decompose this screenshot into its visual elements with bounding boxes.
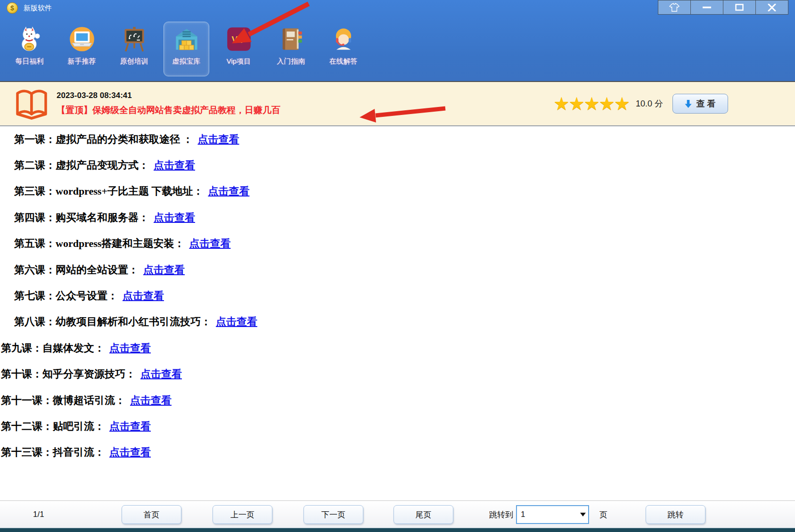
next-page-button[interactable]: 下一页: [303, 505, 363, 524]
lesson-view-link[interactable]: 点击查看: [109, 341, 151, 355]
lesson-title: 第十二课：贴吧引流：: [1, 419, 105, 434]
bottom-status-strip: [0, 528, 795, 532]
lesson-title: 第七课：公众号设置：: [14, 289, 118, 303]
toolbar-item-original-training[interactable]: 原创培训: [111, 22, 157, 76]
warehouse-icon: [173, 26, 200, 52]
minimize-button[interactable]: [690, 0, 723, 15]
lucky-cat-icon: [16, 26, 43, 52]
support-agent-icon: [330, 26, 357, 52]
toolbar-item-daily-bonus[interactable]: 每日福利: [7, 22, 52, 76]
toolbar-item-vip-projects[interactable]: VIP Vip项目: [216, 22, 262, 76]
rating-score: 10.0 分: [636, 98, 663, 109]
toolbar-label: 在线解答: [329, 57, 358, 66]
lesson-title: 第五课：wordpress搭建和主题安装：: [14, 237, 184, 251]
lesson-title: 第三课：wordpress+子比主题 下载地址：: [14, 184, 203, 198]
lesson-row: 第三课：wordpress+子比主题 下载地址： 点击查看: [0, 179, 795, 205]
lesson-title: 第四课：购买域名和服务器：: [14, 211, 149, 225]
window-header: $ 新版软件: [0, 0, 795, 81]
lesson-row: 第一课：虚拟产品的分类和获取途径 ： 点击查看: [0, 126, 795, 152]
lesson-title: 第一课：虚拟产品的分类和获取途径 ：: [14, 132, 193, 147]
download-arrow-icon: [685, 99, 692, 108]
vip-badge-icon: VIP: [226, 26, 252, 52]
page-unit-label: 页: [599, 509, 607, 520]
lesson-row: 第八课：幼教项目解析和小红书引流技巧： 点击查看: [0, 309, 795, 335]
lesson-title: 第八课：幼教项目解析和小红书引流技巧：: [14, 315, 211, 329]
blackboard-icon: [121, 26, 148, 52]
banner-rating-area: ★★★★★ 10.0 分 查 看: [554, 94, 728, 114]
page-indicator: 1/1: [33, 510, 52, 519]
last-page-button[interactable]: 尾页: [393, 505, 453, 524]
toolbar-item-online-support[interactable]: 在线解答: [320, 22, 366, 76]
lesson-title: 第十三课：抖音引流：: [1, 445, 105, 459]
window-controls: [658, 0, 788, 15]
maximize-icon: [735, 4, 744, 11]
star-icon: ★: [554, 95, 570, 113]
lesson-title: 第九课：自媒体发文：: [1, 341, 105, 355]
pagination-bar: 1/1 首页 上一页 下一页 尾页 跳转到 1 页 跳转: [0, 500, 795, 528]
lesson-view-link[interactable]: 点击查看: [198, 132, 239, 147]
lesson-title: 第十课：知乎分享资源技巧：: [1, 367, 136, 381]
toolbar-item-virtual-treasury[interactable]: 虚拟宝库: [164, 22, 209, 76]
pinned-post-banner[interactable]: 2023-03-28 08:34:41 【置顶】保姆级全自动网站售卖虚拟产品教程…: [0, 81, 795, 126]
post-timestamp: 2023-03-28 08:34:41: [57, 91, 280, 100]
toolbar-item-newbie-recommend[interactable]: 新手推荐: [59, 22, 105, 76]
toolbar-label: 新手推荐: [68, 57, 96, 66]
jump-to-label: 跳转到: [489, 509, 513, 520]
lesson-view-link[interactable]: 点击查看: [109, 419, 151, 434]
lesson-view-link[interactable]: 点击查看: [109, 445, 151, 459]
chevron-down-icon: [578, 513, 588, 516]
toolbar-label: 虚拟宝库: [172, 57, 201, 66]
star-rating: ★★★★★: [554, 95, 629, 113]
toolbar-item-beginner-guide[interactable]: 入门指南: [268, 22, 314, 76]
main-toolbar: 每日福利 新手推荐 原创培训: [0, 22, 795, 76]
lesson-title: 第十一课：微博超话引流：: [1, 393, 125, 408]
lesson-view-link[interactable]: 点击查看: [189, 237, 230, 251]
app-logo-coin-icon: $: [7, 2, 18, 14]
lesson-row: 第十三课：抖音引流： 点击查看: [0, 440, 795, 466]
view-button-label: 查 看: [696, 98, 715, 109]
prev-page-button[interactable]: 上一页: [213, 505, 272, 524]
lesson-row: 第十课：知乎分享资源技巧： 点击查看: [0, 361, 795, 387]
lesson-row: 第五课：wordpress搭建和主题安装： 点击查看: [0, 231, 795, 257]
titlebar: $ 新版软件: [0, 0, 795, 16]
lesson-row: 第十一课：微博超话引流： 点击查看: [0, 387, 795, 413]
jump-button[interactable]: 跳转: [646, 505, 705, 524]
lesson-view-link[interactable]: 点击查看: [123, 289, 164, 303]
lesson-list: 第一课：虚拟产品的分类和获取途径 ： 点击查看 第二课：虚拟产品变现方式： 点击…: [0, 126, 795, 466]
star-icon: ★: [584, 95, 600, 113]
toolbar-label: 入门指南: [277, 57, 305, 66]
toolbar-label: 每日福利: [16, 57, 44, 66]
window-title: 新版软件: [24, 4, 52, 13]
lesson-row: 第二课：虚拟产品变现方式： 点击查看: [0, 152, 795, 178]
lesson-row: 第六课：网站的全站设置： 点击查看: [0, 257, 795, 283]
page-number-select[interactable]: 1: [516, 505, 589, 524]
lesson-view-link[interactable]: 点击查看: [154, 158, 195, 172]
close-button[interactable]: [755, 0, 788, 15]
maximize-button[interactable]: [723, 0, 756, 15]
lesson-row: 第九课：自媒体发文： 点击查看: [0, 335, 795, 361]
lesson-title: 第六课：网站的全站设置：: [14, 263, 139, 277]
first-page-button[interactable]: 首页: [122, 505, 181, 524]
pinned-post-title: 【置顶】保姆级全自动网站售卖虚拟产品教程，日赚几百: [57, 104, 280, 116]
lesson-view-link[interactable]: 点击查看: [140, 367, 182, 381]
lesson-view-link[interactable]: 点击查看: [143, 263, 185, 277]
lesson-view-link[interactable]: 点击查看: [208, 184, 249, 198]
star-icon: ★: [614, 95, 630, 113]
theme-skin-button[interactable]: [658, 0, 691, 15]
lesson-view-link[interactable]: 点击查看: [130, 393, 172, 408]
guide-book-icon: [278, 26, 304, 52]
lesson-row: 第七课：公众号设置： 点击查看: [0, 283, 795, 309]
svg-text:VIP: VIP: [231, 34, 246, 45]
open-book-icon: [14, 87, 49, 121]
lesson-view-link[interactable]: 点击查看: [216, 315, 257, 329]
lesson-row: 第十二课：贴吧引流： 点击查看: [0, 413, 795, 439]
lesson-view-link[interactable]: 点击查看: [154, 211, 195, 225]
minimize-icon: [702, 6, 712, 9]
app-window: { "window": { "title": "新版软件" }, "toolba…: [0, 0, 795, 532]
banner-text: 2023-03-28 08:34:41 【置顶】保姆级全自动网站售卖虚拟产品教程…: [57, 91, 280, 116]
star-icon: ★: [569, 95, 585, 113]
view-button[interactable]: 查 看: [672, 94, 728, 114]
shirt-icon: [669, 3, 680, 12]
lesson-title: 第二课：虚拟产品变现方式：: [14, 158, 149, 172]
toolbar-label: 原创培训: [120, 57, 148, 66]
